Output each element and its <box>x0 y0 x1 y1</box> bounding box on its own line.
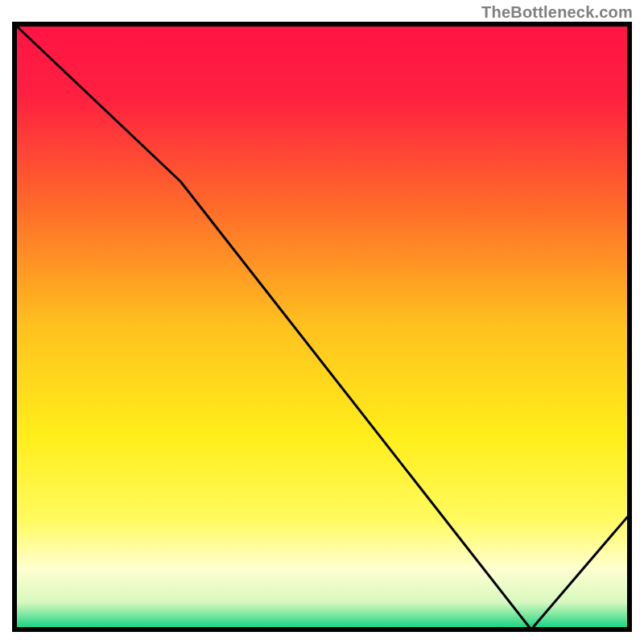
chart-svg <box>0 0 644 644</box>
chart-container: TheBottleneck.com <box>0 0 644 644</box>
plot-background <box>14 24 630 630</box>
